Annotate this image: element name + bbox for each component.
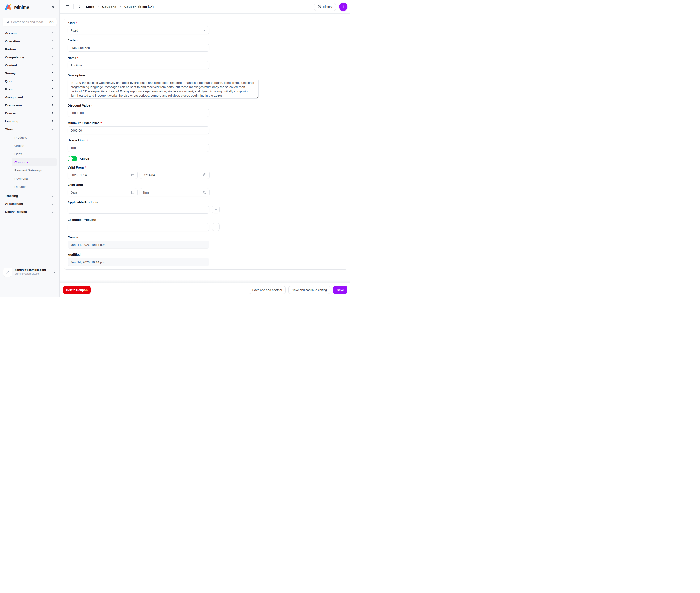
active-toggle[interactable] xyxy=(68,156,77,161)
sidebar-item-competency[interactable]: Competency xyxy=(3,53,57,61)
kind-selected-value: Fixed xyxy=(71,29,78,32)
sidebar-item-quiz[interactable]: Quiz xyxy=(3,77,57,85)
sidebar-item-ai-assistant[interactable]: AI Assistant xyxy=(3,200,57,208)
sidebar-item-payments[interactable]: Payments xyxy=(11,174,57,183)
user-name: admin@example.com xyxy=(15,268,52,272)
history-button[interactable]: History xyxy=(314,3,336,11)
sidebar-item-course[interactable]: Course xyxy=(3,109,57,117)
sidebar-item-payment-gateways[interactable]: Payment Gateways xyxy=(11,166,57,174)
chevron-right-icon xyxy=(51,64,54,67)
kind-field: Kind* Fixed xyxy=(68,21,344,34)
chevron-down-icon xyxy=(203,29,206,32)
description-textarea[interactable]: In 1989 the building was heavily damaged… xyxy=(68,79,259,98)
active-label: Active xyxy=(80,157,89,161)
person-icon xyxy=(5,270,10,274)
chevron-right-icon xyxy=(51,48,54,51)
discount-value-label: Discount Value xyxy=(68,104,90,107)
applicable-products-field: Applicable Products xyxy=(68,200,344,214)
sidebar-item-refunds[interactable]: Refunds xyxy=(11,183,57,191)
sidebar-item-learning[interactable]: Learning xyxy=(3,117,57,125)
excluded-products-input[interactable] xyxy=(68,223,209,231)
content-area: Kind* Fixed Code* Name* Description In 1… xyxy=(60,14,350,283)
clock-icon[interactable] xyxy=(203,190,207,194)
sidebar-toggle-button[interactable] xyxy=(64,3,71,10)
sidebar-item-account[interactable]: Account xyxy=(3,29,57,37)
chevron-right-icon xyxy=(51,112,54,115)
calendar-icon[interactable] xyxy=(131,173,135,177)
save-and-add-another-button[interactable]: Save and add another xyxy=(249,286,286,294)
kind-label: Kind xyxy=(68,21,75,25)
sidebar-item-operation[interactable]: Operation xyxy=(3,37,57,45)
valid-from-field: Valid From* xyxy=(68,166,344,179)
clock-icon[interactable] xyxy=(203,173,207,177)
breadcrumb-store[interactable]: Store xyxy=(86,5,94,9)
sidebar-item-discussion[interactable]: Discussion xyxy=(3,101,57,109)
user-menu[interactable]: admin@example.com admin@example.com xyxy=(0,265,59,296)
workspace-switcher-button[interactable] xyxy=(49,4,56,10)
chevron-right-icon xyxy=(51,40,54,43)
calendar-icon[interactable] xyxy=(131,190,135,194)
main-area: Store Coupons Coupon object (14) History… xyxy=(60,0,350,296)
required-marker: * xyxy=(85,166,86,169)
save-button[interactable]: Save xyxy=(333,286,347,294)
code-field: Code* xyxy=(68,38,344,52)
breadcrumb-coupons[interactable]: Coupons xyxy=(102,5,116,9)
sidebar-item-carts[interactable]: Carts xyxy=(11,150,57,158)
sidebar-item-store[interactable]: Store xyxy=(3,125,57,133)
coupon-form-card: Kind* Fixed Code* Name* Description In 1… xyxy=(64,19,347,270)
modified-value: Jan. 14, 2026, 10:14 p.m. xyxy=(68,258,209,266)
name-input[interactable] xyxy=(68,61,209,69)
plus-icon xyxy=(341,5,345,9)
minimum-order-price-field: Minimum Order Price* xyxy=(68,121,344,134)
valid-from-date-field xyxy=(68,171,137,179)
plus-icon xyxy=(214,208,218,211)
add-applicable-product-button[interactable] xyxy=(212,206,220,213)
chevron-right-icon xyxy=(51,88,54,91)
excluded-products-field: Excluded Products xyxy=(68,218,344,231)
delete-coupon-button[interactable]: Delete Coupon xyxy=(63,286,91,294)
chevron-right-icon xyxy=(51,32,54,35)
sidebar-item-survey[interactable]: Survey xyxy=(3,69,57,77)
add-coupon-button[interactable] xyxy=(339,3,347,11)
back-button[interactable] xyxy=(77,3,83,10)
minimum-order-price-input[interactable] xyxy=(68,126,209,134)
search-shortcut-badge: ⌘K xyxy=(48,19,55,25)
chevron-up-down-icon xyxy=(52,270,56,274)
sidebar-item-orders[interactable]: Orders xyxy=(11,142,57,150)
sidebar-item-tracking[interactable]: Tracking xyxy=(3,192,57,200)
discount-value-input[interactable] xyxy=(68,109,209,117)
arrow-left-icon xyxy=(78,5,82,9)
avatar xyxy=(3,268,12,277)
sidebar-item-exam[interactable]: Exam xyxy=(3,85,57,93)
valid-from-date-input[interactable] xyxy=(71,173,123,177)
code-input[interactable] xyxy=(68,44,209,52)
search-input[interactable]: Search apps and model... ⌘K xyxy=(3,18,57,26)
valid-until-time-input[interactable] xyxy=(142,191,195,194)
chevron-right-icon xyxy=(97,5,100,8)
breadcrumb: Store Coupons Coupon object (14) xyxy=(86,5,154,9)
save-and-continue-button[interactable]: Save and continue editing xyxy=(289,286,330,294)
add-excluded-product-button[interactable] xyxy=(212,223,220,231)
valid-until-date-field xyxy=(68,188,137,196)
sidebar-item-partner[interactable]: Partner xyxy=(3,45,57,53)
sidebar-item-products[interactable]: Products xyxy=(11,133,57,142)
kind-select[interactable]: Fixed xyxy=(68,26,209,34)
toggle-knob xyxy=(68,156,73,161)
top-bar: Store Coupons Coupon object (14) History xyxy=(60,0,350,14)
chevron-right-icon xyxy=(51,104,54,107)
chevron-right-icon xyxy=(51,95,54,99)
sidebar-item-content[interactable]: Content xyxy=(3,61,57,69)
description-field: Description In 1989 the building was hea… xyxy=(68,73,344,100)
valid-until-label: Valid Until xyxy=(68,183,83,187)
sidebar-item-celery-results[interactable]: Celery Results xyxy=(3,208,57,215)
sidebar-item-coupons[interactable]: Coupons xyxy=(11,158,57,166)
name-field: Name* xyxy=(68,56,344,69)
usage-limit-input[interactable] xyxy=(68,144,209,152)
chevron-up-down-icon xyxy=(51,5,55,9)
sidebar-item-assignment[interactable]: Assignment xyxy=(3,93,57,101)
valid-until-date-input[interactable] xyxy=(71,191,123,194)
excluded-products-label: Excluded Products xyxy=(68,218,96,222)
applicable-products-label: Applicable Products xyxy=(68,200,98,204)
applicable-products-input[interactable] xyxy=(68,206,209,214)
valid-from-time-input[interactable] xyxy=(142,173,195,177)
